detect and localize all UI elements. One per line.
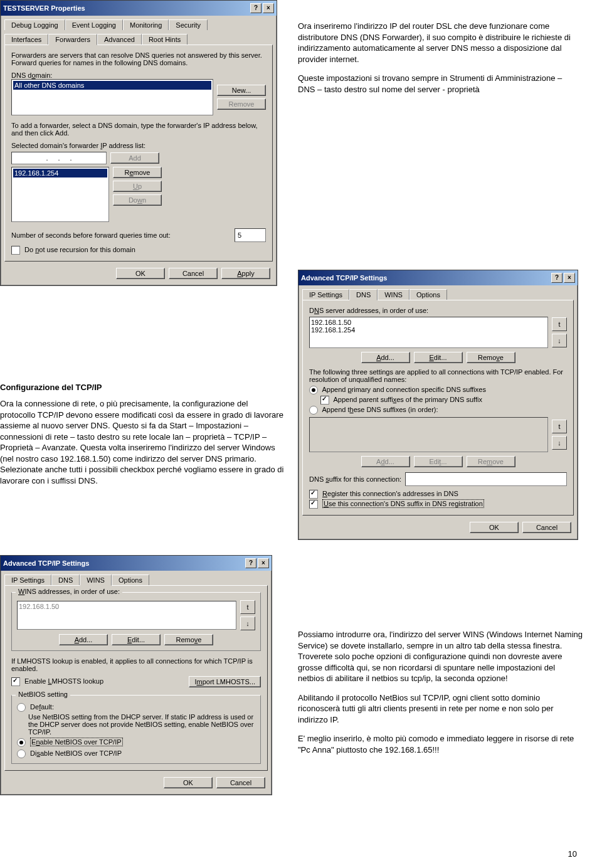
article-block-3: Possiamo introdurre ora, l'indirizzo del… [298, 621, 583, 763]
move-down-button[interactable]: ↓ [552, 334, 567, 347]
tab-dns[interactable]: DNS [349, 289, 378, 300]
titlebar: TESTSERVER Properties ? × [1, 1, 277, 16]
new-button[interactable]: New... [217, 85, 266, 96]
wins-list[interactable]: 192.168.1.50 [17, 601, 236, 630]
append-primary-radio[interactable] [309, 386, 318, 394]
remove-ip-button[interactable]: Remove [113, 167, 162, 178]
remove-domain-button[interactable]: Remove [217, 98, 266, 110]
close-button[interactable]: × [263, 3, 274, 13]
suffix-list[interactable] [309, 417, 548, 452]
no-recursion-label: Do not use recursion for this domain [24, 246, 135, 253]
tab-event-logging[interactable]: Event Logging [65, 19, 123, 30]
move-up-button[interactable]: t [240, 600, 255, 614]
remove-suffix-button[interactable]: Remove [467, 456, 515, 467]
tab-debug-logging[interactable]: Debug Logging [4, 19, 65, 30]
cancel-button[interactable]: Cancel [169, 268, 218, 279]
ip-list[interactable]: 192.168.1.254 [11, 167, 109, 222]
register-addresses-checkbox[interactable] [309, 490, 318, 499]
dialog-title: TESTSERVER Properties [3, 4, 85, 12]
help-text: To add a forwarder, select a DNS domain,… [11, 122, 266, 137]
import-lmhosts-button[interactable]: Import LMHOSTS... [189, 676, 261, 687]
netbios-disable-radio[interactable] [17, 749, 26, 758]
wins-label: WINS addresses, in order of use: [16, 588, 122, 595]
apply-button[interactable]: Apply [221, 268, 270, 279]
tab-ip-settings[interactable]: IP Settings [4, 574, 51, 585]
timeout-input[interactable] [235, 228, 266, 242]
help-button[interactable]: ? [245, 558, 256, 568]
enable-lmhosts-label: Enable LMHOSTS lookup [24, 677, 103, 685]
close-button[interactable]: × [564, 273, 575, 283]
tab-options[interactable]: Options [409, 289, 447, 300]
article-block-1: Ora inseriremo l'indirizzo IP del router… [298, 13, 580, 103]
tab-monitoring[interactable]: Monitoring [123, 19, 169, 30]
help-button[interactable]: ? [551, 273, 562, 283]
add-button[interactable]: Add... [361, 352, 410, 363]
remove-wins-button[interactable]: Remove [164, 634, 213, 645]
register-addresses-label: Register this connection's addresses in … [322, 490, 458, 497]
page-number: 10 [568, 849, 577, 859]
up-button[interactable]: Up [113, 181, 162, 192]
enable-netbios-label: Enable NetBIOS over TCP/IP [30, 738, 123, 746]
server-item[interactable]: 192.168.1.50 [311, 319, 546, 326]
titlebar: Advanced TCP/IP Settings ? × [298, 270, 578, 285]
ok-button[interactable]: OK [116, 268, 165, 279]
dns-suffix-input[interactable] [405, 472, 567, 486]
tab-dns[interactable]: DNS [51, 574, 80, 585]
section-heading: Configurazione del TCP/IP [0, 383, 285, 392]
move-up-button[interactable]: t [552, 420, 567, 433]
tab-wins[interactable]: WINS [80, 574, 112, 586]
dialog-title: Advanced TCP/IP Settings [301, 274, 387, 282]
enable-lmhosts-checkbox[interactable] [11, 677, 20, 686]
dns-domain-list[interactable]: All other DNS domains [11, 79, 213, 115]
down-button[interactable]: Down [113, 194, 162, 206]
no-recursion-checkbox[interactable] [11, 246, 20, 255]
append-primary-label: Append primary and connection specific D… [322, 386, 486, 393]
tab-row-1: Debug Logging Event Logging Monitoring S… [4, 19, 273, 30]
default-label: Default: [30, 703, 54, 711]
append-these-radio[interactable] [309, 406, 318, 415]
append-parent-checkbox[interactable] [320, 396, 329, 405]
edit-button[interactable]: Edit... [414, 352, 463, 363]
ok-button[interactable]: OK [164, 777, 213, 788]
add-ip-button[interactable]: Add [110, 152, 159, 164]
ip-list-label: Selected domain's forwarder IP address l… [11, 142, 266, 149]
tab-advanced[interactable]: Advanced [97, 34, 142, 45]
cancel-button[interactable]: Cancel [522, 522, 571, 533]
dns-servers-label: DNS server addresses, in order of use: [309, 307, 567, 314]
tab-options[interactable]: Options [112, 574, 149, 585]
tab-forwarders[interactable]: Forwarders [48, 34, 97, 45]
netbios-default-radio[interactable] [17, 703, 26, 712]
cancel-button[interactable]: Cancel [216, 777, 265, 788]
help-button[interactable]: ? [250, 3, 261, 13]
use-suffix-checkbox[interactable] [309, 500, 318, 509]
server-item[interactable]: 192.168.1.254 [311, 326, 546, 334]
dns-servers-list[interactable]: 192.168.1.50 192.168.1.254 [309, 317, 548, 348]
add-suffix-button[interactable]: Add... [361, 456, 410, 467]
dns-panel: DNS server addresses, in order of use: 1… [302, 300, 574, 516]
move-up-button[interactable]: t [552, 317, 567, 331]
move-down-button[interactable]: ↓ [552, 436, 567, 450]
tab-ip-settings[interactable]: IP Settings [302, 289, 349, 300]
tab-security[interactable]: Security [169, 19, 208, 30]
ip-item[interactable]: 192.168.1.254 [13, 169, 107, 177]
ok-button[interactable]: OK [470, 522, 519, 533]
netbios-group: NetBIOS setting Default: Use NetBIOS set… [11, 695, 261, 764]
wins-item[interactable]: 192.168.1.50 [19, 603, 235, 610]
dns-suffix-label: DNS suffix for this connection: [309, 475, 401, 483]
edit-suffix-button[interactable]: Edit... [414, 456, 463, 467]
tab-interfaces[interactable]: Interfaces [4, 34, 48, 45]
ip-input[interactable]: ... [11, 152, 107, 164]
tab-wins[interactable]: WINS [378, 289, 409, 300]
wins-addresses-group: WINS addresses, in order of use: 192.168… [11, 592, 261, 651]
remove-button[interactable]: Remove [467, 352, 515, 363]
advanced-tcpip-wins-dialog: Advanced TCP/IP Settings ? × IP Settings… [0, 555, 272, 795]
netbios-enable-radio[interactable] [17, 738, 26, 747]
edit-wins-button[interactable]: Edit... [112, 634, 161, 645]
paragraph: Ora inseriremo l'indirizzo IP del router… [298, 21, 580, 65]
domain-item[interactable]: All other DNS domains [13, 81, 211, 90]
paragraph: Abilitando il protocollo NetBios sul TCP… [298, 692, 583, 726]
close-button[interactable]: × [258, 558, 269, 568]
tab-root-hints[interactable]: Root Hints [142, 34, 187, 45]
move-down-button[interactable]: ↓ [240, 617, 255, 630]
add-wins-button[interactable]: Add... [59, 634, 108, 645]
